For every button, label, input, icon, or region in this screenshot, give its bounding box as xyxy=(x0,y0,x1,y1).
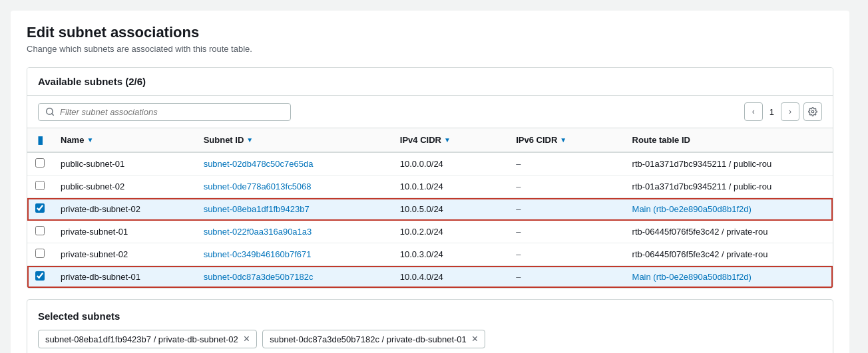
row-subnet-id[interactable]: subnet-022f0aa316a90a1a3 xyxy=(196,221,392,243)
filter-bar: ‹ 1 › xyxy=(27,96,833,128)
row-name: private-subnet-02 xyxy=(53,243,196,266)
checkbox-cell xyxy=(27,198,53,221)
page-subtitle: Change which subnets are associated with… xyxy=(27,44,833,54)
ipv6-sort-icon: ▼ xyxy=(560,136,566,144)
selected-tags: subnet-08eba1df1fb9423b7 / private-db-su… xyxy=(38,330,822,348)
next-page-button[interactable]: › xyxy=(781,102,799,121)
row-route-table[interactable]: Main (rtb-0e2e890a50d8b1f2d) xyxy=(624,266,833,289)
subnet-id-sort-icon: ▼ xyxy=(246,136,253,144)
row-checkbox[interactable] xyxy=(35,203,45,213)
row-ipv6: – xyxy=(508,152,624,176)
page-title: Edit subnet associations xyxy=(27,24,833,41)
row-subnet-id[interactable]: subnet-0de778a6013fc5068 xyxy=(196,176,392,198)
checkbox-cell xyxy=(27,243,53,266)
subnet-id-link[interactable]: subnet-0c349b46160b7f671 xyxy=(204,249,312,259)
row-ipv6: – xyxy=(508,221,624,243)
route-table-link[interactable]: Main (rtb-0e2e890a50d8b1f2d) xyxy=(632,204,752,214)
table-body: public-subnet-01subnet-02db478c50c7e65da… xyxy=(27,152,833,288)
checkbox-cell xyxy=(27,266,53,289)
row-route-table: rtb-06445f076f5fe3c42 / private-rou xyxy=(624,221,833,243)
table-row: public-subnet-01subnet-02db478c50c7e65da… xyxy=(27,152,833,176)
prev-page-button[interactable]: ‹ xyxy=(744,102,763,121)
checkbox-cell xyxy=(27,221,53,243)
table-wrapper: ▮ Name ▼ Subnet ID ▼ xyxy=(27,128,833,288)
col-header-route: Route table ID xyxy=(624,128,833,152)
page-container: Edit subnet associations Change which su… xyxy=(11,11,849,353)
row-route-table: rtb-01a371d7bc9345211 / public-rou xyxy=(624,152,833,176)
row-subnet-id[interactable]: subnet-08eba1df1fb9423b7 xyxy=(196,198,392,221)
row-route-table: rtb-06445f076f5fe3c42 / private-rou xyxy=(624,243,833,266)
subnet-id-link[interactable]: subnet-02db478c50c7e65da xyxy=(204,159,314,169)
subnet-tag-close[interactable]: × xyxy=(472,334,478,344)
row-ipv4: 10.0.2.0/24 xyxy=(392,221,508,243)
subnet-tag-label: subnet-08eba1df1fb9423b7 / private-db-su… xyxy=(45,334,238,344)
row-name: private-db-subnet-01 xyxy=(53,266,196,289)
col-header-name[interactable]: Name ▼ xyxy=(53,128,196,152)
row-ipv4: 10.0.3.0/24 xyxy=(392,243,508,266)
table-row: private-db-subnet-02subnet-08eba1df1fb94… xyxy=(27,198,833,221)
filter-input[interactable] xyxy=(60,107,284,117)
row-name: public-subnet-01 xyxy=(53,152,196,176)
select-all-indicator: ▮ xyxy=(37,134,43,146)
route-table-link[interactable]: Main (rtb-0e2e890a50d8b1f2d) xyxy=(632,272,752,282)
row-name: private-subnet-01 xyxy=(53,221,196,243)
row-ipv4: 10.0.4.0/24 xyxy=(392,266,508,289)
subnet-tag-label: subnet-0dc87a3de50b7182c / private-db-su… xyxy=(270,334,467,344)
subnet-tag: subnet-08eba1df1fb9423b7 / private-db-su… xyxy=(38,330,257,348)
row-ipv6: – xyxy=(508,243,624,266)
search-icon xyxy=(45,107,55,116)
row-subnet-id[interactable]: subnet-0dc87a3de50b7182c xyxy=(196,266,392,289)
table-row: public-subnet-02subnet-0de778a6013fc5068… xyxy=(27,176,833,198)
row-ipv4: 10.0.0.0/24 xyxy=(392,152,508,176)
pagination-controls: ‹ 1 › xyxy=(744,102,822,121)
row-checkbox[interactable] xyxy=(35,158,45,168)
row-ipv6: – xyxy=(508,266,624,289)
checkbox-cell xyxy=(27,176,53,198)
svg-line-1 xyxy=(52,114,54,116)
page-number: 1 xyxy=(767,107,777,117)
name-sort-icon: ▼ xyxy=(87,136,93,144)
selected-subnets-section: Selected subnets subnet-08eba1df1fb9423b… xyxy=(27,299,833,353)
svg-point-2 xyxy=(811,110,814,113)
subnet-tag-close[interactable]: × xyxy=(244,334,250,344)
subnet-id-link[interactable]: subnet-08eba1df1fb9423b7 xyxy=(204,204,310,214)
table-header-row: ▮ Name ▼ Subnet ID ▼ xyxy=(27,128,833,152)
table-row: private-db-subnet-01subnet-0dc87a3de50b7… xyxy=(27,266,833,289)
subnets-table: ▮ Name ▼ Subnet ID ▼ xyxy=(27,128,833,288)
subnet-tag: subnet-0dc87a3de50b7182c / private-db-su… xyxy=(262,330,485,348)
ipv4-sort-icon: ▼ xyxy=(444,136,451,144)
row-route-table: rtb-01a371d7bc9345211 / public-rou xyxy=(624,176,833,198)
row-route-table[interactable]: Main (rtb-0e2e890a50d8b1f2d) xyxy=(624,198,833,221)
checkbox-header: ▮ xyxy=(27,128,53,152)
row-ipv4: 10.0.1.0/24 xyxy=(392,176,508,198)
available-subnets-section: Available subnets (2/6) ‹ 1 › xyxy=(27,67,833,289)
col-header-ipv4[interactable]: IPv4 CIDR ▼ xyxy=(392,128,508,152)
selected-subnets-title: Selected subnets xyxy=(38,310,822,322)
table-row: private-subnet-01subnet-022f0aa316a90a1a… xyxy=(27,221,833,243)
table-row: private-subnet-02subnet-0c349b46160b7f67… xyxy=(27,243,833,266)
checkbox-cell xyxy=(27,152,53,176)
row-checkbox[interactable] xyxy=(35,271,45,281)
row-name: public-subnet-02 xyxy=(53,176,196,198)
row-checkbox[interactable] xyxy=(35,249,45,258)
row-name: private-db-subnet-02 xyxy=(53,198,196,221)
row-subnet-id[interactable]: subnet-02db478c50c7e65da xyxy=(196,152,392,176)
subnet-id-link[interactable]: subnet-0de778a6013fc5068 xyxy=(204,181,312,191)
row-checkbox[interactable] xyxy=(35,226,45,235)
settings-button[interactable] xyxy=(803,102,822,121)
available-subnets-title: Available subnets (2/6) xyxy=(38,76,146,87)
section-header: Available subnets (2/6) xyxy=(27,68,833,96)
row-ipv4: 10.0.5.0/24 xyxy=(392,198,508,221)
filter-input-wrapper xyxy=(38,103,291,121)
subnet-id-link[interactable]: subnet-022f0aa316a90a1a3 xyxy=(204,227,312,237)
row-ipv6: – xyxy=(508,176,624,198)
row-subnet-id[interactable]: subnet-0c349b46160b7f671 xyxy=(196,243,392,266)
row-ipv6: – xyxy=(508,198,624,221)
subnet-id-link[interactable]: subnet-0dc87a3de50b7182c xyxy=(204,272,314,282)
col-header-ipv6[interactable]: IPv6 CIDR ▼ xyxy=(508,128,624,152)
gear-icon xyxy=(808,107,817,116)
col-header-subnet-id[interactable]: Subnet ID ▼ xyxy=(196,128,392,152)
row-checkbox[interactable] xyxy=(35,181,45,190)
